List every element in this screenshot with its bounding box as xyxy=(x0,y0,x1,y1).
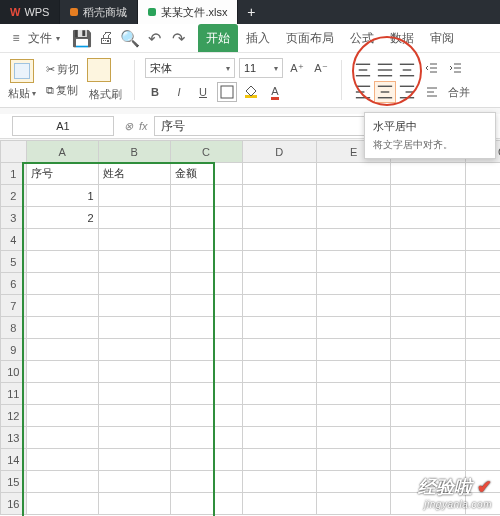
title-tab-shop[interactable]: 稻壳商城 xyxy=(60,0,138,24)
cell[interactable] xyxy=(170,405,242,427)
row-header[interactable]: 16 xyxy=(1,493,27,515)
cell[interactable] xyxy=(391,449,465,471)
cell[interactable] xyxy=(242,449,316,471)
row-header[interactable]: 12 xyxy=(1,405,27,427)
cell[interactable] xyxy=(465,295,500,317)
cell[interactable]: 2 xyxy=(26,207,98,229)
cell[interactable] xyxy=(98,339,170,361)
cell[interactable] xyxy=(98,207,170,229)
increase-font-icon[interactable]: A⁺ xyxy=(287,58,307,78)
row-header[interactable]: 15 xyxy=(1,471,27,493)
font-size-select[interactable]: 11▾ xyxy=(239,58,283,78)
cell[interactable] xyxy=(26,295,98,317)
preview-icon[interactable]: 🔍 xyxy=(122,30,138,46)
cell[interactable] xyxy=(316,361,390,383)
cell[interactable] xyxy=(170,427,242,449)
ribbon-tab-home[interactable]: 开始 xyxy=(198,24,238,52)
cell[interactable] xyxy=(242,361,316,383)
cell[interactable] xyxy=(391,185,465,207)
file-menu[interactable]: ≡ 文件 ▾ xyxy=(0,24,68,52)
row-header[interactable]: 3 xyxy=(1,207,27,229)
cell[interactable] xyxy=(26,361,98,383)
name-box[interactable]: A1 xyxy=(12,116,114,136)
cell[interactable] xyxy=(242,471,316,493)
cell[interactable] xyxy=(26,471,98,493)
row-header[interactable]: 8 xyxy=(1,317,27,339)
cell[interactable] xyxy=(465,207,500,229)
paste-button[interactable]: 粘贴▾ xyxy=(6,59,38,102)
cell[interactable] xyxy=(391,229,465,251)
title-tab-file[interactable]: 某某文件.xlsx xyxy=(138,0,238,24)
cell[interactable] xyxy=(26,493,98,515)
border-button[interactable] xyxy=(217,82,237,102)
cell[interactable] xyxy=(26,427,98,449)
cell[interactable] xyxy=(391,427,465,449)
ribbon-tab-review[interactable]: 审阅 xyxy=(422,24,462,52)
cell[interactable] xyxy=(316,317,390,339)
cell[interactable] xyxy=(98,493,170,515)
cell[interactable]: 姓名 xyxy=(98,163,170,185)
cell[interactable] xyxy=(98,251,170,273)
col-header-A[interactable]: A xyxy=(26,141,98,163)
cell[interactable] xyxy=(170,273,242,295)
cell[interactable] xyxy=(98,449,170,471)
cell[interactable] xyxy=(170,251,242,273)
cell[interactable] xyxy=(98,295,170,317)
cell[interactable] xyxy=(316,229,390,251)
cell[interactable] xyxy=(26,339,98,361)
cell[interactable] xyxy=(242,229,316,251)
cell[interactable] xyxy=(316,427,390,449)
cell[interactable] xyxy=(465,317,500,339)
cell[interactable] xyxy=(316,383,390,405)
cell[interactable] xyxy=(170,361,242,383)
cell[interactable] xyxy=(26,383,98,405)
cell[interactable] xyxy=(391,163,465,185)
font-color-button[interactable]: A xyxy=(265,82,285,102)
formatpainter-group[interactable]: 格式刷 xyxy=(87,58,124,103)
cell[interactable] xyxy=(26,251,98,273)
cell[interactable] xyxy=(26,229,98,251)
cell[interactable] xyxy=(170,449,242,471)
cell[interactable] xyxy=(26,317,98,339)
cell[interactable] xyxy=(391,317,465,339)
cell[interactable] xyxy=(98,383,170,405)
cell[interactable] xyxy=(98,317,170,339)
copy-button[interactable]: ⧉复制 xyxy=(44,82,81,99)
title-tab-wps[interactable]: WWPS xyxy=(0,0,60,24)
cell[interactable] xyxy=(391,361,465,383)
cell[interactable] xyxy=(316,185,390,207)
row-header[interactable]: 5 xyxy=(1,251,27,273)
cell[interactable] xyxy=(242,251,316,273)
cell[interactable] xyxy=(316,273,390,295)
cell[interactable] xyxy=(242,427,316,449)
align-top-icon[interactable] xyxy=(352,59,374,81)
merge-button[interactable]: 合并 xyxy=(446,84,472,101)
cell[interactable] xyxy=(391,207,465,229)
cell[interactable] xyxy=(242,207,316,229)
cut-button[interactable]: ✂剪切 xyxy=(44,61,81,78)
save-icon[interactable]: 💾 xyxy=(74,30,90,46)
row-header[interactable]: 7 xyxy=(1,295,27,317)
cell[interactable]: 金额 xyxy=(170,163,242,185)
cell[interactable] xyxy=(316,449,390,471)
cell[interactable] xyxy=(316,471,390,493)
cell[interactable] xyxy=(170,317,242,339)
cell[interactable] xyxy=(316,493,390,515)
decrease-indent-icon[interactable] xyxy=(422,58,442,78)
cell[interactable] xyxy=(465,163,500,185)
cell[interactable]: 1 xyxy=(26,185,98,207)
cell[interactable] xyxy=(391,339,465,361)
row-header[interactable]: 2 xyxy=(1,185,27,207)
cell[interactable] xyxy=(465,185,500,207)
cell[interactable] xyxy=(391,273,465,295)
redo-icon[interactable]: ↷ xyxy=(170,30,186,46)
sheet-area[interactable]: A B C D E F G 1序号姓名金额2132456789101112131… xyxy=(0,140,500,516)
cell[interactable] xyxy=(465,405,500,427)
cell[interactable] xyxy=(98,273,170,295)
cell[interactable] xyxy=(316,295,390,317)
cell[interactable] xyxy=(242,185,316,207)
select-all-corner[interactable] xyxy=(1,141,27,163)
cell[interactable] xyxy=(242,493,316,515)
cell[interactable] xyxy=(170,185,242,207)
ribbon-tab-data[interactable]: 数据 xyxy=(382,24,422,52)
